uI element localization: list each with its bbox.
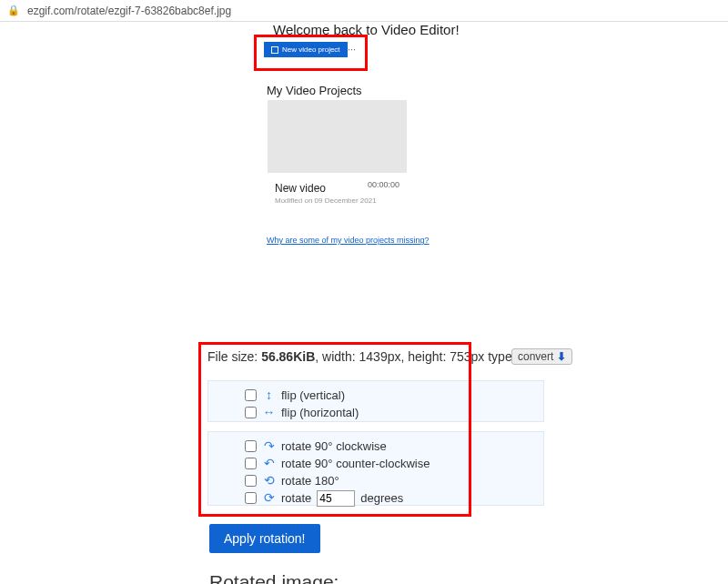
project-thumbnail[interactable] <box>268 100 407 182</box>
url-text: ezgif.com/rotate/ezgif-7-63826babc8ef.jp… <box>27 5 231 17</box>
rotate-options-group: ↷ rotate 90° clockwise ↶ rotate 90° coun… <box>207 431 544 506</box>
file-size-value: 56.86KiB <box>261 349 315 364</box>
lock-icon: 🔒 <box>7 5 20 16</box>
rotate-cw-icon: ↷ <box>262 438 276 455</box>
rotate-ccw-row: ↶ rotate 90° counter-clockwise <box>245 455 507 472</box>
rotate-cw-label: rotate 90° clockwise <box>281 438 387 455</box>
new-video-project-button[interactable]: New video project <box>264 42 348 57</box>
flip-vertical-icon: ↕ <box>262 387 276 404</box>
more-options-button[interactable]: ··· <box>344 42 359 56</box>
rotate-cw-checkbox[interactable] <box>245 440 257 452</box>
project-title: New video <box>275 182 326 195</box>
rotate-custom-checkbox[interactable] <box>245 492 257 504</box>
rotated-image-heading: Rotated image: <box>209 571 339 584</box>
welcome-heading: Welcome back to Video Editor! <box>273 22 460 37</box>
rotate-custom-row: ⟳ rotate degrees <box>245 489 507 507</box>
flip-horizontal-row: ↔ flip (horizontal) <box>245 404 507 421</box>
flip-vertical-row: ↕ flip (vertical) <box>245 387 507 404</box>
flip-horizontal-icon: ↔ <box>262 404 276 421</box>
project-card[interactable]: New video 00:00:00 Modified on 09 Decemb… <box>268 173 407 214</box>
address-bar: 🔒 ezgif.com/rotate/ezgif-7-63826babc8ef.… <box>0 0 728 22</box>
rotate-180-row: ⟲ rotate 180° <box>245 472 507 489</box>
projects-heading: My Video Projects <box>267 84 362 97</box>
convert-label: convert <box>518 350 553 363</box>
apply-rotation-button[interactable]: Apply rotation! <box>209 524 320 553</box>
rotate-180-label: rotate 180° <box>281 472 339 489</box>
project-modified-date: Modified on 09 December 2021 <box>275 196 399 205</box>
rotate-degrees-input[interactable] <box>317 490 355 507</box>
rotate-180-checkbox[interactable] <box>245 475 257 487</box>
rotate-ccw-label: rotate 90° counter-clockwise <box>281 455 430 472</box>
file-info-line: File size: 56.86KiB, width: 1439px, heig… <box>207 349 536 364</box>
flip-horizontal-checkbox[interactable] <box>245 407 257 418</box>
flip-options-group: ↕ flip (vertical) ↔ flip (horizontal) <box>207 380 544 422</box>
rotate-cw-row: ↷ rotate 90° clockwise <box>245 438 507 455</box>
rotate-custom-suffix: degrees <box>360 489 403 507</box>
new-video-project-label: New video project <box>282 45 340 54</box>
convert-button[interactable]: convert ⬇ <box>511 348 572 365</box>
rotate-custom-prefix: rotate <box>281 489 311 507</box>
download-icon: ⬇ <box>557 350 566 363</box>
rotate-custom-icon: ⟳ <box>262 489 276 507</box>
file-dimensions: , width: 1439px, height: 753px <box>315 349 484 364</box>
flip-vertical-label: flip (vertical) <box>281 387 345 404</box>
file-size-prefix: File size: <box>207 349 261 364</box>
rotate-ccw-checkbox[interactable] <box>245 458 257 469</box>
missing-projects-link[interactable]: Why are some of my video projects missin… <box>267 236 430 245</box>
rotate-180-icon: ⟲ <box>262 472 276 489</box>
project-duration: 00:00:00 <box>368 180 399 189</box>
rotate-ccw-icon: ↶ <box>262 455 276 472</box>
flip-horizontal-label: flip (horizontal) <box>281 404 359 421</box>
flip-vertical-checkbox[interactable] <box>245 389 257 401</box>
new-project-icon <box>271 46 278 54</box>
